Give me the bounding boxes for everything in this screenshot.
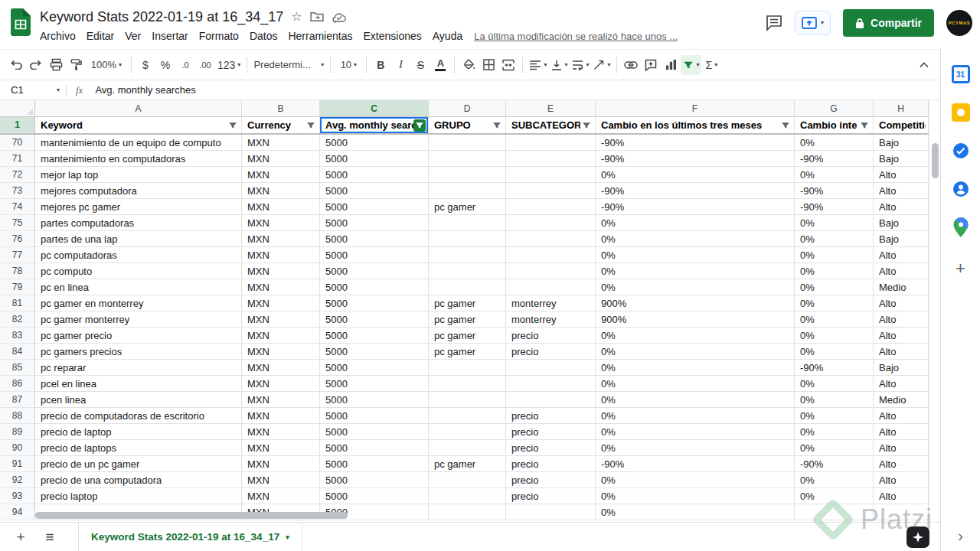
cell-E82[interactable]: monterrey: [506, 311, 596, 328]
cell-C73[interactable]: 5000: [320, 183, 429, 199]
cell-E70[interactable]: [506, 135, 596, 151]
column-header-H[interactable]: H: [874, 100, 929, 117]
row-number-85[interactable]: 85: [0, 360, 35, 376]
cell-D84[interactable]: pc gamer: [429, 344, 506, 360]
cell-C72[interactable]: 5000: [320, 167, 429, 183]
italic-button[interactable]: I: [390, 55, 410, 75]
row-number-93[interactable]: 93: [0, 488, 35, 504]
column-header-G[interactable]: G: [795, 100, 874, 117]
cell-C75[interactable]: 5000: [320, 215, 429, 231]
row-number-70[interactable]: 70: [0, 135, 35, 151]
cell-F93[interactable]: 0%: [596, 488, 795, 504]
cell-A85[interactable]: pc reparar: [35, 360, 242, 376]
cell-A79[interactable]: pc en linea: [35, 279, 242, 295]
cell-D90[interactable]: [429, 440, 506, 456]
cell-A91[interactable]: precio de un pc gamer: [35, 456, 242, 472]
cell-F89[interactable]: 0%: [596, 424, 795, 440]
cell-D82[interactable]: pc gamer: [429, 311, 506, 328]
row-number-79[interactable]: 79: [0, 279, 35, 295]
cell-D77[interactable]: [429, 247, 506, 263]
cell-H83[interactable]: Alto: [874, 328, 929, 344]
cell-F79[interactable]: 0%: [596, 279, 795, 295]
cell-G89[interactable]: 0%: [795, 424, 874, 440]
cell-H78[interactable]: Alto: [874, 263, 929, 279]
cell-E76[interactable]: [506, 231, 596, 247]
column-header-F[interactable]: F: [596, 100, 795, 117]
filter-icon-F[interactable]: [779, 119, 792, 132]
font-size-select[interactable]: 10 ▾: [335, 55, 362, 75]
print-icon[interactable]: [46, 55, 66, 75]
cell-E74[interactable]: [506, 199, 596, 215]
bold-button[interactable]: B: [371, 55, 390, 75]
collapse-toolbar-icon[interactable]: [914, 55, 934, 75]
cell-H87[interactable]: Medio: [874, 392, 929, 408]
cell-D73[interactable]: [429, 183, 506, 199]
row-number-91[interactable]: 91: [0, 456, 35, 472]
menu-datos[interactable]: Datos: [244, 28, 283, 44]
cell-A86[interactable]: pcel en linea: [35, 376, 242, 392]
font-select[interactable]: Predetermi... ▾: [251, 55, 326, 75]
cell-C89[interactable]: 5000: [320, 424, 429, 440]
cell-F76[interactable]: 0%: [596, 231, 795, 247]
cell-A76[interactable]: partes de una lap: [35, 231, 242, 247]
cell-D81[interactable]: pc gamer: [429, 295, 506, 311]
cell-B71[interactable]: MXN: [242, 151, 320, 167]
row-number-71[interactable]: 71: [0, 151, 35, 167]
cell-G90[interactable]: 0%: [795, 440, 874, 456]
cell-F77[interactable]: 0%: [596, 247, 795, 263]
cell-A70[interactable]: mantenimiento de un equipo de computo: [35, 135, 242, 151]
cell-D89[interactable]: [429, 424, 506, 440]
header-cell-D1[interactable]: GRUPO: [429, 117, 506, 133]
functions-button[interactable]: Σ ▾: [701, 55, 721, 75]
cell-D76[interactable]: [429, 231, 506, 247]
cell-E81[interactable]: monterrey: [506, 295, 596, 311]
cell-H82[interactable]: Alto: [874, 311, 929, 328]
cell-F73[interactable]: -90%: [596, 183, 795, 199]
filter-icon-A[interactable]: [227, 119, 239, 132]
cell-B89[interactable]: MXN: [242, 424, 320, 440]
column-header-A[interactable]: A: [35, 100, 242, 117]
cell-E87[interactable]: [506, 392, 596, 408]
cell-G70[interactable]: 0%: [795, 135, 874, 151]
cell-B90[interactable]: MXN: [242, 440, 320, 456]
cell-F86[interactable]: 0%: [596, 376, 795, 392]
more-formats-button[interactable]: 123 ▾: [215, 55, 243, 75]
cell-G88[interactable]: 0%: [795, 408, 874, 424]
cell-F83[interactable]: 0%: [596, 328, 795, 344]
create-filter-button[interactable]: ▾: [681, 55, 701, 75]
insert-comment-icon[interactable]: [641, 55, 661, 75]
star-icon[interactable]: ☆: [291, 11, 302, 23]
cell-D87[interactable]: [429, 392, 506, 408]
cell-G73[interactable]: -90%: [795, 183, 874, 199]
cell-D86[interactable]: [429, 376, 506, 392]
cell-A89[interactable]: precio de laptop: [35, 424, 242, 440]
row-number-84[interactable]: 84: [0, 344, 35, 360]
cell-H86[interactable]: Alto: [874, 376, 929, 392]
cell-B75[interactable]: MXN: [242, 215, 320, 231]
header-cell-E1[interactable]: SUBCATEGOR: [506, 117, 596, 133]
cell-E90[interactable]: precio: [506, 440, 596, 456]
cell-B77[interactable]: MXN: [242, 247, 320, 263]
cell-A74[interactable]: mejores pc gamer: [35, 199, 242, 215]
cell-B87[interactable]: MXN: [242, 392, 320, 408]
vertical-align-button[interactable]: ▾: [549, 55, 570, 75]
cell-G79[interactable]: 0%: [795, 279, 874, 295]
cell-D93[interactable]: [429, 488, 506, 504]
borders-icon[interactable]: [479, 55, 498, 75]
menu-insertar[interactable]: Insertar: [146, 28, 193, 44]
cell-A88[interactable]: precio de computadoras de escritorio: [35, 408, 242, 424]
cell-B91[interactable]: MXN: [242, 456, 320, 472]
name-box-caret-icon[interactable]: ▾: [57, 87, 60, 93]
cell-G74[interactable]: -90%: [795, 199, 874, 215]
filter-icon-C[interactable]: [413, 119, 426, 132]
cell-G92[interactable]: 0%: [795, 472, 874, 488]
cell-B72[interactable]: MXN: [242, 167, 320, 183]
cell-C70[interactable]: 5000: [320, 135, 429, 151]
text-rotation-button[interactable]: ▾: [591, 55, 612, 75]
maps-icon[interactable]: [951, 217, 971, 237]
cell-D71[interactable]: [429, 151, 506, 167]
increase-decimals-button[interactable]: .00: [195, 55, 215, 75]
cell-F81[interactable]: 900%: [596, 295, 795, 311]
cell-B76[interactable]: MXN: [242, 231, 320, 247]
row-number-76[interactable]: 76: [0, 231, 35, 247]
